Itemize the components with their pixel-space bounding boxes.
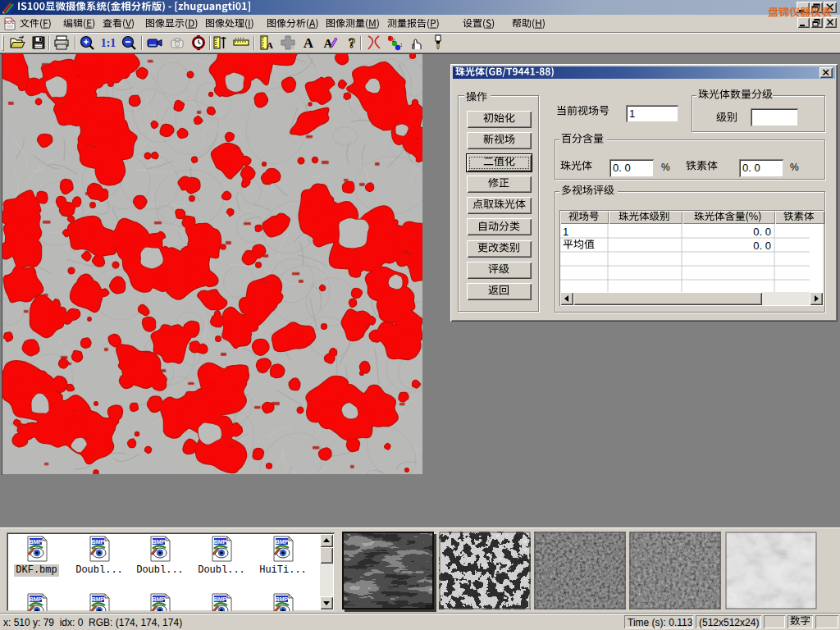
svg-text:BMP: BMP [92,539,105,545]
svg-text:A: A [324,37,333,50]
svg-text:BMP: BMP [276,539,289,545]
svg-text:?: ? [349,35,356,51]
svg-text:BMP: BMP [214,596,227,602]
svg-text:BMP: BMP [30,596,43,602]
svg-text:BMP: BMP [153,539,166,545]
svg-text:BMP: BMP [30,539,43,545]
svg-text:A: A [304,35,314,51]
svg-text:BMP: BMP [92,596,105,602]
svg-text:BMP: BMP [214,539,227,545]
svg-text:BMP: BMP [276,596,289,602]
svg-text:3: 3 [400,43,402,48]
svg-text:BMP: BMP [153,596,166,602]
svg-text:A: A [267,40,273,50]
svg-text:1:1: 1:1 [101,37,116,49]
svg-text:DOC: DOC [4,20,14,25]
